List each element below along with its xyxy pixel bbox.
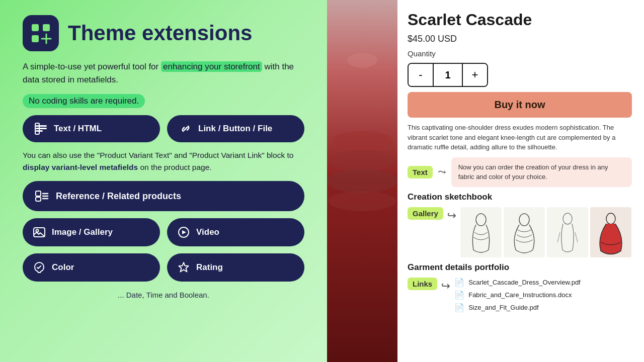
quantity-value: 1 (433, 64, 463, 86)
text-html-icon (35, 122, 48, 135)
links-annotation-row: Links ↩ 📄 Scarlet_Cascade_Dress_Overview… (408, 278, 632, 312)
svg-rect-6 (36, 128, 47, 129)
primary-buttons-row: Text / HTML Link / Button / File (23, 115, 304, 142)
svg-rect-0 (32, 24, 39, 31)
right-panel: Scarlet Cascade $45.00 USD Quantity - 1 … (327, 0, 644, 362)
sketch-image-1 (460, 207, 502, 257)
links-section-title: Garment details portfolio (408, 262, 632, 273)
text-annotation-row: Text ⤳ Now you can order the creation of… (408, 157, 632, 187)
quantity-plus-button[interactable]: + (463, 64, 487, 86)
svg-rect-2 (32, 35, 39, 42)
image-icon (33, 226, 46, 239)
product-details-column: Scarlet Cascade $45.00 USD Quantity - 1 … (397, 0, 644, 362)
file-icon-2: 📄 (454, 290, 464, 300)
annotation-arrow-links: ↩ (441, 280, 450, 293)
svg-rect-10 (36, 197, 41, 201)
product-title: Scarlet Cascade (408, 11, 632, 29)
sketch-images (460, 207, 631, 257)
sketch-svg-2 (507, 210, 542, 255)
reference-related-button[interactable]: Reference / Related products (23, 181, 304, 211)
info-box-text: Now you can order the creation of your d… (451, 157, 632, 187)
buy-now-button[interactable]: Buy it now (408, 92, 632, 118)
annotation-arrow-text: ⤳ (438, 166, 446, 178)
file-item-1: 📄 Scarlet_Cascade_Dress_Overview.pdf (454, 278, 581, 287)
text-html-button[interactable]: Text / HTML (23, 115, 160, 142)
svg-line-29 (575, 232, 578, 242)
grid-plus-icon (30, 22, 52, 44)
color-icon (33, 261, 46, 274)
file-item-3: 📄 Size_and_Fit_Guide.pdf (454, 303, 581, 312)
logo-icon (23, 15, 59, 51)
svg-rect-5 (36, 125, 47, 127)
sketch-svg-4 (593, 210, 628, 255)
secondary-buttons-grid: Image / Gallery Video Color Rating (23, 218, 304, 282)
star-icon (177, 261, 190, 274)
file-icon-3: 📄 (454, 303, 464, 312)
left-panel: Theme extensions A simple-to-use yet pow… (0, 0, 327, 362)
svg-point-21 (330, 150, 395, 172)
header-row: Theme extensions (23, 15, 304, 51)
video-icon (177, 226, 190, 239)
rating-button[interactable]: Rating (167, 253, 304, 282)
file-list: 📄 Scarlet_Cascade_Dress_Overview.pdf 📄 F… (454, 278, 581, 312)
sketch-svg-1 (463, 210, 499, 255)
svg-point-15 (36, 230, 39, 232)
text-badge: Text (408, 166, 433, 178)
description-paragraph: A simple-to-use yet powerful tool for en… (23, 60, 304, 87)
svg-marker-17 (182, 230, 186, 234)
sketch-image-4 (590, 207, 631, 257)
file-item-2: 📄 Fabric_and_Care_Instructions.docx (454, 290, 581, 300)
quantity-minus-button[interactable]: - (409, 64, 433, 86)
footer-note: ... Date, Time and Boolean. (23, 291, 304, 299)
svg-rect-1 (43, 24, 50, 31)
product-image (327, 0, 397, 362)
svg-point-26 (519, 214, 529, 226)
links-badge: Links (408, 278, 437, 290)
file-icon-1: 📄 (454, 278, 464, 287)
product-price: $45.00 USD (408, 34, 632, 44)
svg-marker-18 (179, 262, 189, 272)
no-coding-badge: No coding skills are required. (23, 94, 304, 108)
svg-point-24 (347, 53, 377, 68)
svg-point-27 (563, 213, 572, 224)
image-gallery-button[interactable]: Image / Gallery (23, 218, 160, 246)
quantity-control: - 1 + (408, 63, 488, 87)
highlight-storefront: enhancing your storefront (161, 61, 262, 72)
variant-paragraph: You can also use the "Product Variant Te… (23, 149, 304, 174)
svg-point-20 (332, 131, 392, 151)
gallery-badge: Gallery (408, 207, 443, 220)
annotation-arrow-gallery: ↩ (447, 209, 456, 222)
svg-point-23 (328, 191, 396, 211)
sketch-svg-3 (550, 210, 585, 255)
color-button[interactable]: Color (23, 253, 160, 282)
sketch-image-2 (504, 207, 545, 257)
svg-point-30 (606, 213, 615, 224)
quantity-label: Quantity (408, 49, 632, 58)
link-button-file-button[interactable]: Link / Button / File (167, 115, 304, 142)
svg-point-22 (327, 169, 397, 193)
svg-rect-9 (36, 191, 41, 196)
reference-icon (35, 189, 49, 203)
video-button[interactable]: Video (167, 218, 304, 246)
page-title: Theme extensions (68, 22, 252, 45)
sketch-image-3 (547, 207, 588, 257)
gallery-annotation-row: Gallery ↩ (408, 207, 632, 257)
link-icon (179, 122, 192, 135)
gallery-section-title: Creation sketchbook (408, 192, 632, 202)
svg-point-25 (476, 214, 486, 226)
product-description: This captivating one-shoulder dress exud… (408, 123, 632, 152)
svg-line-28 (557, 232, 560, 242)
